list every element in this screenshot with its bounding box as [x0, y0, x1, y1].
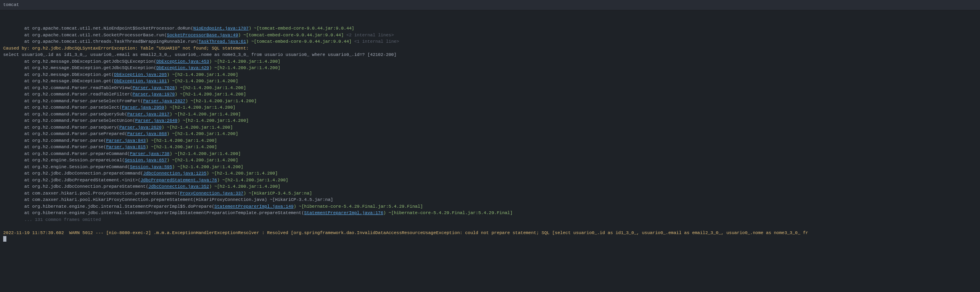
- link-text[interactable]: Parser.java:2959: [122, 105, 164, 110]
- log-line: at org.h2.message.DbException.get(DbExce…: [3, 72, 977, 78]
- log-line: at org.h2.command.Parser.parse(Parser.ja…: [3, 137, 977, 144]
- log-text: at org.h2.engine.Session.prepareLocal(: [3, 158, 125, 163]
- link-text[interactable]: StatementPreparerImpl.java:176: [304, 211, 383, 215]
- log-line: 2022-11-19 11:57:39.602 WARN 5012 --- [n…: [3, 230, 977, 236]
- log-text: at org.apache.tomcat.util.net.NioEndpoin…: [3, 26, 193, 31]
- log-line: at org.apache.tomcat.util.net.SocketProc…: [3, 32, 977, 39]
- link-text[interactable]: Parser.java:2817: [127, 112, 170, 117]
- log-text: at com.zaxxer.hikari.pool.HikariProxyCon…: [3, 197, 333, 202]
- log-line: at org.h2.engine.Session.prepareLocal(Se…: [3, 157, 977, 164]
- log-text: Caused by: org.h2.jdbc.JdbcSQLSyntaxErro…: [3, 46, 249, 51]
- log-text: ... 131 common frames omitted: [3, 217, 101, 222]
- link-text[interactable]: Parser.java:843: [106, 138, 146, 143]
- log-text: at org.h2.message.DbException.get(: [3, 79, 114, 83]
- log-text: ) ~[h2-1.4.200.jar:1.4.200]: [146, 138, 217, 143]
- log-text: ) ~[h2-1.4.200.jar:1.4.200]: [146, 145, 217, 149]
- log-text: ) ~[h2-1.4.200.jar:1.4.200]: [167, 131, 238, 136]
- log-line: at org.h2.command.Parser.prepareCommand(…: [3, 151, 977, 157]
- link-text[interactable]: JdbcPreparedStatement.java:76: [140, 178, 217, 183]
- log-text: at org.h2.command.Parser.prepareCommand(: [3, 151, 130, 156]
- log-line: at org.apache.tomcat.util.threads.TaskTh…: [3, 38, 977, 45]
- log-line: ... 131 common frames omitted: [3, 217, 977, 223]
- log-text: ) ~[hibernate-core-5.4.29.Final.jar:5.4.…: [383, 211, 513, 215]
- link-text[interactable]: JdbcConnection.java:1235: [143, 171, 206, 176]
- link-text[interactable]: Parser.java:868: [127, 131, 167, 136]
- log-text: ) ~[h2-1.4.200.jar:1.4.200]: [167, 72, 238, 77]
- log-line: at org.h2.engine.Session.prepareCommand(…: [3, 164, 977, 171]
- link-text[interactable]: Session.java:657: [125, 158, 167, 163]
- log-text: ) ~[h2-1.4.200.jar:1.4.200]: [186, 99, 257, 103]
- log-text: 2022-11-19 11:57:39.602 WARN 5012 --- [n…: [3, 230, 808, 235]
- terminal-content: at org.apache.tomcat.util.net.NioEndpoin…: [0, 10, 980, 243]
- log-text: at org.apache.tomcat.util.threads.TaskTh…: [3, 39, 198, 44]
- log-line: [3, 223, 977, 230]
- log-line: at org.h2.command.Parser.parseSelect(Par…: [3, 104, 977, 111]
- log-line: at org.hibernate.engine.jdbc.internal.St…: [3, 203, 977, 210]
- link-text[interactable]: Parser.java:2620: [119, 125, 162, 130]
- log-text: at org.h2.command.Parser.readTableOrView…: [3, 85, 132, 90]
- log-text: at org.hibernate.engine.jdbc.internal.St…: [3, 204, 214, 209]
- link-text[interactable]: Parser.java:1970: [132, 92, 175, 97]
- log-line: at org.h2.command.Parser.parseQuerySub(P…: [3, 111, 977, 118]
- log-line: at org.h2.message.DbException.getJdbcSQL…: [3, 58, 977, 65]
- link-text[interactable]: ProxyConnection.java:337: [180, 191, 243, 196]
- header-title: tomcat: [3, 2, 19, 8]
- log-line: at org.h2.command.Parser.parseSelectFrom…: [3, 98, 977, 105]
- log-line: at org.h2.message.DbException.getJdbcSQL…: [3, 65, 977, 72]
- log-text: ) ~[h2-1.4.200.jar:1.4.200]: [170, 151, 241, 156]
- log-text: at org.h2.command.Parser.parseSelect(: [3, 105, 122, 110]
- log-line: select usuario0_.id as id1_3_0_, usuario…: [3, 52, 977, 58]
- log-text: at org.h2.message.DbException.getJdbcSQL…: [3, 59, 156, 64]
- log-line: Caused by: org.h2.jdbc.JdbcSQLSyntaxErro…: [3, 45, 977, 52]
- log-text: ) ~[h2-1.4.200.jar:1.4.200]: [217, 178, 288, 183]
- log-text: at org.apache.tomcat.util.net.SocketProc…: [3, 33, 167, 38]
- link-text[interactable]: Session.java:595: [130, 165, 172, 169]
- log-line: at org.h2.command.Parser.parseQuery(Pars…: [3, 124, 977, 131]
- log-line: at org.apache.tomcat.util.net.NioEndpoin…: [3, 25, 977, 32]
- log-text: ) ~[hibernate-core-5.4.29.Final.jar:5.4.…: [293, 204, 423, 209]
- terminal-window: tomcat at org.apache.tomcat.util.net.Nio…: [0, 0, 980, 243]
- link-text[interactable]: TaskThread.java:61: [198, 39, 246, 44]
- log-text: ) ~[h2-1.4.200.jar:1.4.200]: [175, 85, 246, 90]
- log-line: at org.h2.command.Parser.parseSelectUnio…: [3, 117, 977, 124]
- link-text[interactable]: DbException.java:453: [156, 59, 209, 64]
- log-text: ) ~[h2-1.4.200.jar:1.4.200]: [209, 184, 280, 189]
- log-text: ) ~[h2-1.4.200.jar:1.4.200]: [172, 165, 243, 169]
- log-line: at org.h2.command.Parser.parsePrepared(P…: [3, 131, 977, 137]
- log-line: at com.zaxxer.hikari.pool.HikariProxyCon…: [3, 197, 977, 203]
- log-text: at com.zaxxer.hikari.pool.ProxyConnectio…: [3, 191, 180, 196]
- log-text: ) ~[h2-1.4.200.jar:1.4.200]: [206, 171, 277, 176]
- link-text[interactable]: Parser.java:2649: [135, 118, 178, 123]
- link-text[interactable]: JdbcConnection.java:352: [148, 184, 209, 189]
- link-text[interactable]: Parser.java:738: [130, 151, 170, 156]
- log-line: at org.h2.jdbc.JdbcConnection.prepareCom…: [3, 170, 977, 177]
- log-text: at org.h2.command.Parser.parse(: [3, 145, 106, 149]
- link-text[interactable]: Parser.java:7028: [132, 85, 175, 90]
- log-line: at org.h2.command.Parser.parse(Parser.ja…: [3, 144, 977, 151]
- log-line: at org.h2.command.Parser.readTableOrView…: [3, 85, 977, 91]
- log-text: <1 internal line>: [354, 39, 399, 44]
- log-text: at org.h2.command.Parser.parseQuery(: [3, 125, 119, 130]
- log-text: at org.h2.command.Parser.parsePrepared(: [3, 131, 127, 136]
- log-line: at org.h2.command.Parser.readTableFilter…: [3, 91, 977, 98]
- log-text: ) ~[tomcat-embed-core-9.0.44.jar:9.0.44]: [249, 26, 354, 31]
- log-line: at org.hibernate.engine.jdbc.internal.St…: [3, 210, 977, 217]
- log-text: ) ~[tomcat-embed-core-9.0.44.jar:9.0.44]: [238, 33, 347, 38]
- log-text: at org.h2.command.Parser.readTableFilter…: [3, 92, 132, 97]
- link-text[interactable]: DbException.java:429: [156, 66, 209, 70]
- link-text[interactable]: Parser.java:2827: [143, 99, 186, 103]
- log-text: at org.h2.message.DbException.get(: [3, 72, 114, 77]
- link-text[interactable]: SocketProcessorBase.java:49: [167, 33, 238, 38]
- log-text: at org.h2.command.Parser.parseSelectFrom…: [3, 99, 143, 103]
- log-text: ) ~[h2-1.4.200.jar:1.4.200]: [209, 59, 280, 64]
- link-text[interactable]: DbException.java:181: [114, 79, 167, 83]
- link-text[interactable]: StatementPreparerImpl.java:149: [214, 204, 293, 209]
- log-text: at org.h2.command.Parser.parseQuerySub(: [3, 112, 127, 117]
- log-line: at org.h2.jdbc.JdbcConnection.prepareSta…: [3, 183, 977, 190]
- link-text[interactable]: DbException.java:205: [114, 72, 167, 77]
- log-text: at org.h2.jdbc.JdbcPreparedStatement.<in…: [3, 178, 140, 183]
- log-text: <2 internal lines>: [346, 33, 394, 38]
- link-text[interactable]: Parser.java:815: [106, 145, 146, 149]
- link-text[interactable]: NioEndpoint.java:1707: [193, 26, 249, 31]
- log-text: at org.h2.jdbc.JdbcConnection.prepareCom…: [3, 171, 143, 176]
